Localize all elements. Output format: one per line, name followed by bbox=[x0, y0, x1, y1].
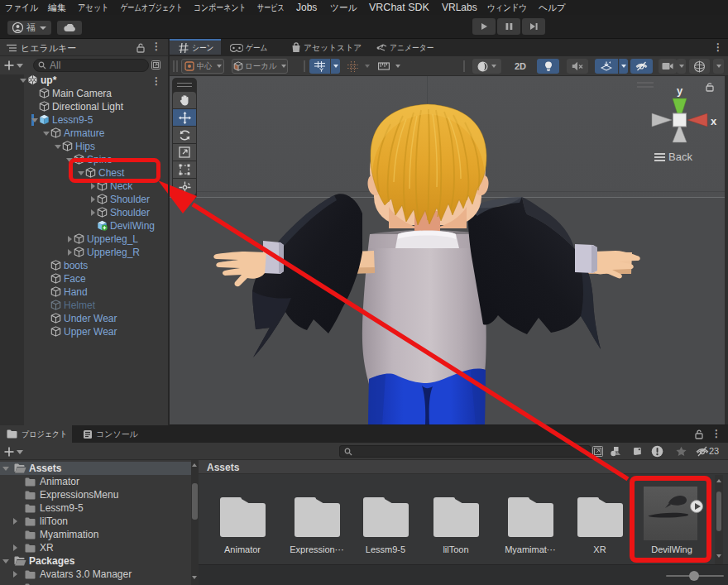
svg-text:x: x bbox=[711, 115, 717, 127]
svg-text:y: y bbox=[677, 84, 683, 97]
